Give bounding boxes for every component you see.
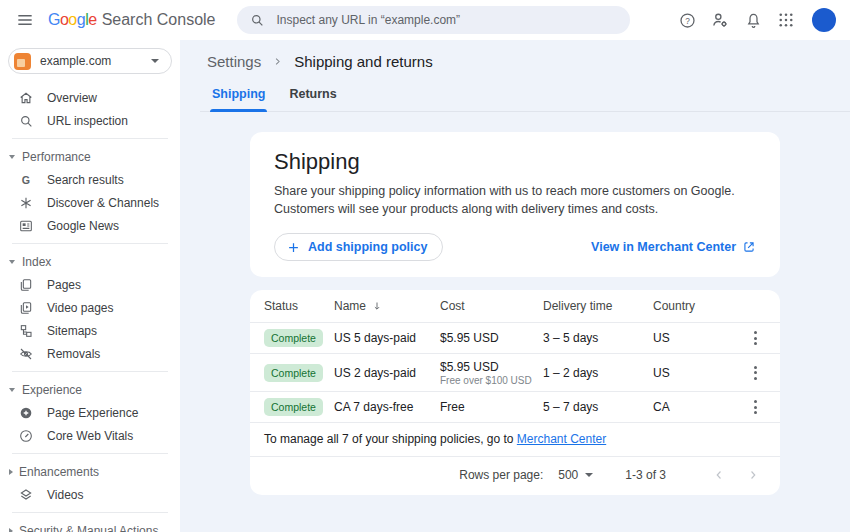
divider (12, 138, 168, 139)
col-header-status[interactable]: Status (264, 299, 334, 313)
chevron-down-icon (9, 155, 15, 159)
google-g-icon: G (18, 172, 34, 188)
manage-policies-note: To manage all 7 of your shipping policie… (250, 423, 780, 457)
policy-cost-note: Free over $100 USD (440, 375, 543, 386)
col-header-name[interactable]: Name (334, 299, 440, 313)
discover-sparkle-icon (18, 195, 34, 211)
page-experience-icon (18, 405, 34, 421)
pagination-range: 1-3 of 3 (625, 468, 666, 482)
sidebar-item-label: Videos (47, 488, 83, 502)
policy-country: US (653, 366, 744, 380)
tab-shipping[interactable]: Shipping (200, 80, 277, 111)
help-icon[interactable]: ? (674, 7, 700, 33)
table-row: Complete CA 7 days-free Free 5 – 7 days … (250, 392, 780, 423)
chevron-right-icon (9, 528, 13, 532)
policy-country: CA (653, 400, 744, 414)
sidebar-item-removals[interactable]: Removals (0, 342, 180, 365)
sidebar-item-google-news[interactable]: Google News (0, 214, 180, 237)
breadcrumb-settings[interactable]: Settings (207, 53, 261, 70)
sidebar-item-label: Overview (47, 91, 97, 105)
rows-per-page-value: 500 (558, 468, 578, 482)
plus-icon (286, 240, 301, 255)
description-line-1: Share your shipping policy information w… (274, 182, 756, 200)
policy-cost: $5.95 USD (440, 331, 543, 345)
section-label: Enhancements (19, 465, 99, 479)
home-icon (18, 90, 34, 106)
divider (12, 371, 168, 372)
view-in-merchant-center-link[interactable]: View in Merchant Center (591, 240, 756, 254)
sidebar-item-videos[interactable]: Videos (0, 483, 180, 506)
sidebar-section-performance[interactable]: Performance (0, 145, 180, 168)
sidebar-section-index[interactable]: Index (0, 250, 180, 273)
col-header-delivery-time[interactable]: Delivery time (543, 299, 653, 313)
sidebar-item-page-experience[interactable]: Page Experience (0, 401, 180, 424)
notifications-bell-icon[interactable] (740, 7, 766, 33)
chevron-down-icon (9, 260, 15, 264)
sidebar-section-enhancements[interactable]: Enhancements (0, 460, 180, 483)
menu-icon[interactable] (12, 7, 38, 33)
sidebar-section-experience[interactable]: Experience (0, 378, 180, 401)
url-inspect-searchbar[interactable] (237, 6, 630, 34)
rows-per-page-select[interactable]: 500 (558, 468, 593, 482)
sidebar-item-sitemaps[interactable]: Sitemaps (0, 319, 180, 342)
section-label: Experience (22, 383, 82, 397)
policy-cost: $5.95 USD (440, 360, 543, 374)
sidebar-item-search-results[interactable]: G Search results (0, 168, 180, 191)
row-more-options-icon[interactable] (744, 327, 766, 349)
property-label: example.com (40, 54, 142, 68)
sidebar-item-core-web-vitals[interactable]: Core Web Vitals (0, 424, 180, 447)
rows-per-page-label: Rows per page: (459, 468, 543, 482)
search-input[interactable] (274, 12, 618, 28)
external-link-icon (742, 240, 756, 254)
policy-delivery-time: 1 – 2 days (543, 366, 653, 380)
col-header-cost[interactable]: Cost (440, 299, 543, 313)
sidebar-item-label: Sitemaps (47, 324, 97, 338)
divider (12, 243, 168, 244)
next-page-icon[interactable] (742, 464, 764, 486)
merchant-center-link[interactable]: Merchant Center (517, 432, 606, 446)
search-icon (18, 113, 34, 129)
sidebar-section-security-manual-actions[interactable]: Security & Manual Actions (0, 519, 180, 532)
sidebar-item-label: Google News (47, 219, 119, 233)
property-selector[interactable]: example.com (8, 48, 172, 74)
previous-page-icon[interactable] (708, 464, 730, 486)
user-settings-icon[interactable] (707, 7, 733, 33)
table-header-row: Status Name Cost Delivery time Country (250, 290, 780, 323)
table-row: Complete US 5 days-paid $5.95 USD 3 – 5 … (250, 323, 780, 354)
row-more-options-icon[interactable] (744, 362, 766, 384)
row-more-options-icon[interactable] (744, 396, 766, 418)
avatar[interactable] (812, 8, 836, 32)
add-shipping-policy-button[interactable]: Add shipping policy (274, 233, 443, 261)
sidebar-item-label: Core Web Vitals (47, 429, 133, 443)
shipping-info-card: Shipping Share your shipping policy info… (250, 132, 780, 277)
tabs: Shipping Returns (200, 80, 850, 112)
sidebar-item-discover-channels[interactable]: Discover & Channels (0, 191, 180, 214)
card-actions: Add shipping policy View in Merchant Cen… (274, 233, 756, 261)
sidebar-item-overview[interactable]: Overview (0, 86, 180, 109)
sidebar-item-label: Removals (47, 347, 100, 361)
policy-delivery-time: 5 – 7 days (543, 400, 653, 414)
sidebar-item-label: Page Experience (47, 406, 138, 420)
news-icon (18, 218, 34, 234)
logo-suffix: Search Console (102, 11, 216, 29)
table-pagination: Rows per page: 500 1-3 of 3 (250, 457, 780, 493)
sidebar-item-pages[interactable]: Pages (0, 273, 180, 296)
layers-icon (18, 487, 34, 503)
col-header-country[interactable]: Country (653, 299, 744, 313)
policy-name: US 5 days-paid (334, 331, 440, 345)
policy-delivery-time: 3 – 5 days (543, 331, 653, 345)
sidebar-item-video-pages[interactable]: Video pages (0, 296, 180, 319)
tab-returns[interactable]: Returns (277, 80, 348, 111)
sidebar-item-label: Search results (47, 173, 124, 187)
status-badge: Complete (264, 329, 323, 347)
main-content: Settings Shipping and returns Shipping R… (180, 40, 850, 532)
shipping-description: Share your shipping policy information w… (274, 182, 756, 218)
property-icon (14, 53, 31, 70)
table-row: Complete US 2 days-paid $5.95 USD Free o… (250, 354, 780, 392)
chevron-right-icon (272, 56, 283, 67)
apps-grid-icon[interactable] (773, 7, 799, 33)
section-label: Security & Manual Actions (19, 524, 158, 532)
section-label: Performance (22, 150, 91, 164)
video-pages-icon (18, 300, 34, 316)
sidebar-item-url-inspection[interactable]: URL inspection (0, 109, 180, 132)
